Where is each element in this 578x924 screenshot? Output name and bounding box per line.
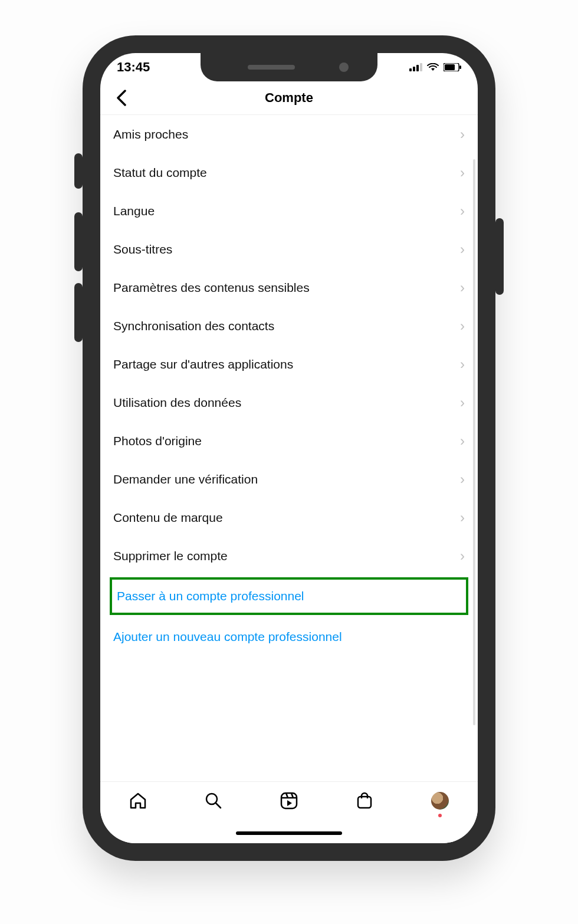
chevron-right-icon: › [460,356,465,373]
menu-item-label: Photos d'origine [113,434,202,448]
svg-rect-0 [409,68,412,71]
tab-search[interactable] [203,790,224,811]
search-icon [204,791,223,810]
menu-item-original-photos[interactable]: Photos d'origine › [100,422,478,460]
menu-item-label: Supprimer le compte [113,549,228,563]
mute-switch [74,153,83,189]
menu-item-label: Amis proches [113,127,188,142]
menu-item-switch-professional[interactable]: Passer à un compte professionnel [112,580,466,613]
menu-item-label: Statut du compte [113,166,207,180]
menu-item-label: Passer à un compte professionnel [117,589,304,603]
speaker-grille [248,65,295,70]
svg-rect-5 [445,64,455,70]
chevron-left-icon [116,90,127,106]
cellular-signal-icon [409,63,422,71]
menu-item-label: Partage sur d'autres applications [113,357,293,371]
volume-up-button [74,212,83,271]
menu-item-label: Utilisation des données [113,396,241,410]
tab-reels[interactable] [278,790,300,811]
profile-avatar-icon [431,792,449,810]
status-indicators [409,63,461,71]
highlight-callout: Passer à un compte professionnel [110,577,468,615]
scroll-indicator [473,159,475,725]
menu-item-label: Ajouter un nouveau compte professionnel [113,630,342,644]
chevron-right-icon: › [460,126,465,143]
tab-shop[interactable] [354,790,375,811]
home-icon [129,791,147,810]
svg-rect-9 [281,793,297,808]
wifi-icon [427,63,439,71]
menu-item-label: Demander une vérification [113,472,258,486]
phone-frame: 13:45 Compte Amis proc [83,35,495,861]
status-time: 13:45 [117,60,150,75]
power-button [495,218,504,295]
reels-icon [280,791,298,810]
svg-rect-13 [358,797,371,808]
menu-item-branded-content[interactable]: Contenu de marque › [100,498,478,537]
chevron-right-icon: › [460,241,465,258]
chevron-right-icon: › [460,279,465,296]
svg-rect-1 [413,67,415,71]
battery-icon [444,63,461,71]
tab-profile[interactable] [429,790,451,811]
menu-item-contacts-sync[interactable]: Synchronisation des contacts › [100,307,478,345]
volume-down-button [74,283,83,342]
chevron-right-icon: › [460,548,465,564]
chevron-right-icon: › [460,509,465,526]
chevron-right-icon: › [460,433,465,449]
menu-item-add-professional[interactable]: Ajouter un nouveau compte professionnel [100,617,478,656]
menu-item-share-other-apps[interactable]: Partage sur d'autres applications › [100,345,478,383]
svg-rect-2 [416,65,419,71]
back-button[interactable] [109,81,134,114]
menu-item-language[interactable]: Langue › [100,192,478,230]
chevron-right-icon: › [460,471,465,488]
svg-line-8 [216,803,221,808]
settings-list: Amis proches › Statut du compte › Langue… [100,115,478,656]
svg-rect-3 [420,63,422,71]
shop-icon [355,791,374,810]
front-camera [339,63,349,72]
menu-item-data-usage[interactable]: Utilisation des données › [100,383,478,422]
home-indicator [236,831,342,835]
tab-home[interactable] [127,790,149,811]
notch [201,53,377,81]
chevron-right-icon: › [460,203,465,219]
menu-item-label: Langue [113,204,155,218]
menu-item-delete-account[interactable]: Supprimer le compte › [100,537,478,575]
menu-item-close-friends[interactable]: Amis proches › [100,115,478,153]
menu-item-label: Paramètres des contenus sensibles [113,281,310,295]
chevron-right-icon: › [460,165,465,181]
menu-item-request-verification[interactable]: Demander une vérification › [100,460,478,498]
menu-item-label: Synchronisation des contacts [113,319,274,333]
menu-item-label: Contenu de marque [113,511,223,525]
chevron-right-icon: › [460,318,465,334]
page-title: Compte [265,90,313,106]
menu-item-captions[interactable]: Sous-titres › [100,230,478,268]
notification-dot-icon [438,814,442,817]
svg-rect-6 [459,65,461,69]
nav-header: Compte [100,81,478,115]
menu-item-sensitive-content[interactable]: Paramètres des contenus sensibles › [100,268,478,307]
screen: 13:45 Compte Amis proc [100,53,478,843]
menu-item-label: Sous-titres [113,242,172,257]
menu-item-account-status[interactable]: Statut du compte › [100,153,478,192]
chevron-right-icon: › [460,394,465,411]
